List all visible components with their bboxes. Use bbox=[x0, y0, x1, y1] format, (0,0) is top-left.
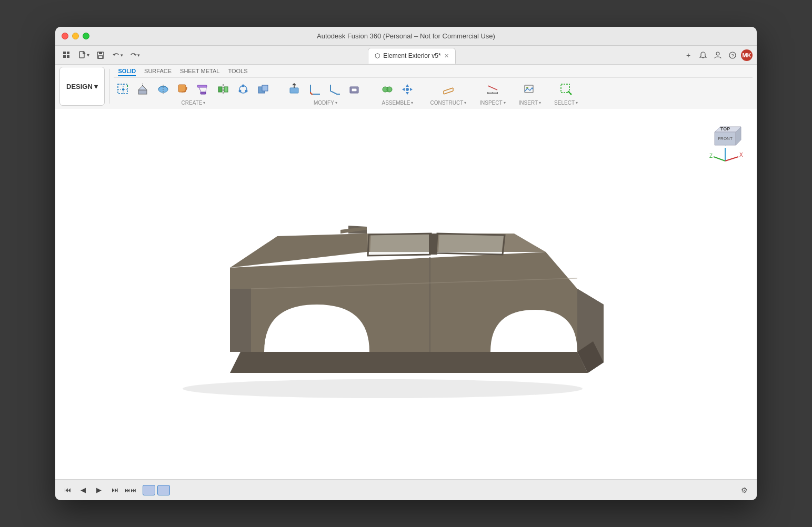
measure-icon bbox=[486, 83, 499, 96]
circular-pattern-button[interactable] bbox=[234, 80, 253, 99]
play-next-button[interactable]: ⏭ bbox=[109, 484, 121, 496]
design-mode-button[interactable]: DESIGN ▾ bbox=[59, 67, 105, 106]
account-button[interactable] bbox=[711, 49, 724, 62]
undo-button[interactable]: ▾ bbox=[110, 48, 125, 63]
tab-surface[interactable]: SURFACE bbox=[144, 68, 172, 76]
tab-actions: + ? MK bbox=[682, 49, 753, 62]
modify-label[interactable]: MODIFY ▾ bbox=[314, 100, 337, 106]
loft-icon bbox=[196, 83, 210, 96]
question-icon: ? bbox=[728, 51, 737, 59]
loft-button[interactable] bbox=[194, 80, 213, 99]
assemble-label[interactable]: ASSEMBLE ▾ bbox=[382, 100, 414, 106]
combine-icon bbox=[256, 83, 270, 96]
svg-rect-0 bbox=[63, 52, 66, 54]
select-label[interactable]: SELECT ▾ bbox=[554, 100, 578, 106]
chamfer-button[interactable] bbox=[326, 80, 345, 99]
settings-button[interactable]: ⚙ bbox=[738, 484, 750, 496]
sweep-button[interactable] bbox=[174, 80, 193, 99]
file-icon bbox=[78, 51, 87, 59]
create-buttons: + bbox=[114, 80, 273, 99]
minimize-button[interactable] bbox=[72, 33, 79, 39]
close-button[interactable] bbox=[62, 33, 68, 39]
shell-icon bbox=[348, 83, 362, 96]
user-icon bbox=[714, 51, 722, 59]
extrude-button[interactable] bbox=[134, 80, 153, 99]
svg-rect-3 bbox=[67, 55, 69, 58]
inspect-label[interactable]: INSPECT ▾ bbox=[479, 100, 505, 106]
toolbar-divider-1 bbox=[109, 69, 109, 104]
chamfer-icon bbox=[328, 83, 342, 96]
svg-marker-44 bbox=[410, 88, 413, 91]
construct-label-text: CONSTRUCT bbox=[430, 100, 463, 106]
save-button[interactable] bbox=[93, 48, 108, 63]
play-end-button[interactable]: ⏭⏭ bbox=[125, 484, 136, 496]
timeline-item-1[interactable] bbox=[143, 485, 155, 495]
notification-button[interactable] bbox=[697, 49, 709, 62]
user-avatar[interactable]: MK bbox=[741, 49, 753, 61]
new-tab-button[interactable]: + bbox=[682, 49, 695, 62]
grid-menu-button[interactable] bbox=[59, 48, 74, 63]
svg-rect-22 bbox=[201, 92, 206, 94]
pushpull-icon bbox=[288, 83, 302, 96]
shell-button[interactable] bbox=[346, 80, 365, 99]
push-pull-button[interactable] bbox=[286, 80, 305, 99]
bottom-bar: ⏮ ◀ ▶ ⏭ ⏭⏭ ⚙ bbox=[55, 479, 757, 500]
svg-marker-42 bbox=[406, 92, 409, 95]
insert-label[interactable]: INSERT ▾ bbox=[519, 100, 542, 106]
help-button[interactable]: ? bbox=[726, 49, 739, 62]
insert-icon bbox=[523, 83, 537, 96]
assemble-buttons bbox=[378, 80, 417, 99]
svg-line-46 bbox=[444, 88, 453, 91]
insert-image-button[interactable] bbox=[520, 80, 539, 99]
svg-line-65 bbox=[714, 157, 725, 161]
create-label[interactable]: CREATE ▾ bbox=[182, 100, 206, 106]
timeline-item-2[interactable] bbox=[157, 485, 170, 495]
select-icon bbox=[559, 83, 573, 96]
save-icon bbox=[96, 51, 105, 59]
svg-text:?: ? bbox=[731, 53, 734, 58]
svg-rect-26 bbox=[218, 87, 222, 92]
redo-icon bbox=[129, 51, 137, 59]
file-menu-button[interactable]: ▾ bbox=[76, 48, 91, 63]
revolve-button[interactable] bbox=[154, 80, 173, 99]
svg-line-25 bbox=[206, 87, 206, 92]
svg-rect-7 bbox=[98, 56, 103, 58]
redo-button[interactable]: ▾ bbox=[127, 48, 142, 63]
svg-text:Z: Z bbox=[709, 153, 713, 159]
svg-line-24 bbox=[199, 87, 201, 92]
offset-plane-button[interactable] bbox=[439, 80, 458, 99]
tab-close-button[interactable]: ✕ bbox=[444, 53, 449, 59]
svg-marker-17 bbox=[138, 86, 147, 90]
title-bar: Autodesk Fusion 360 (Personal – Not for … bbox=[55, 27, 757, 46]
play-prev-button[interactable]: ◀ bbox=[77, 484, 89, 496]
svg-marker-41 bbox=[406, 84, 409, 87]
play-button[interactable]: ▶ bbox=[93, 484, 105, 496]
car-model bbox=[146, 184, 619, 404]
select-button[interactable] bbox=[557, 80, 576, 99]
viewcube[interactable]: X Y Z TOP FRONT bbox=[704, 119, 746, 161]
file-tab[interactable]: ⬡ Element Exterior v5* ✕ bbox=[368, 48, 455, 64]
viewport[interactable]: X Y Z TOP FRONT bbox=[55, 108, 757, 479]
joint-icon bbox=[380, 83, 394, 96]
svg-rect-34 bbox=[262, 85, 268, 91]
construct-label[interactable]: CONSTRUCT ▾ bbox=[430, 100, 466, 106]
maximize-button[interactable] bbox=[83, 33, 89, 39]
new-sketch-button[interactable]: + bbox=[114, 80, 133, 99]
settings-icon: ⚙ bbox=[741, 486, 748, 494]
fillet-button[interactable] bbox=[306, 80, 325, 99]
tab-sheet-metal[interactable]: SHEET METAL bbox=[180, 68, 219, 76]
svg-text:X: X bbox=[739, 152, 743, 158]
tab-tools[interactable]: TOOLS bbox=[228, 68, 247, 76]
modify-buttons bbox=[286, 80, 365, 99]
tab-solid[interactable]: SOLID bbox=[118, 68, 136, 76]
window-title: Autodesk Fusion 360 (Personal – Not for … bbox=[317, 32, 495, 40]
move-button[interactable] bbox=[398, 80, 417, 99]
measure-button[interactable] bbox=[483, 80, 502, 99]
svg-rect-1 bbox=[67, 52, 69, 54]
play-start-button[interactable]: ⏮ bbox=[62, 484, 73, 496]
offset-plane-icon bbox=[442, 83, 455, 96]
joint-button[interactable] bbox=[378, 80, 397, 99]
combine-button[interactable] bbox=[254, 80, 273, 99]
svg-point-60 bbox=[183, 379, 583, 398]
mirror-button[interactable] bbox=[214, 80, 233, 99]
